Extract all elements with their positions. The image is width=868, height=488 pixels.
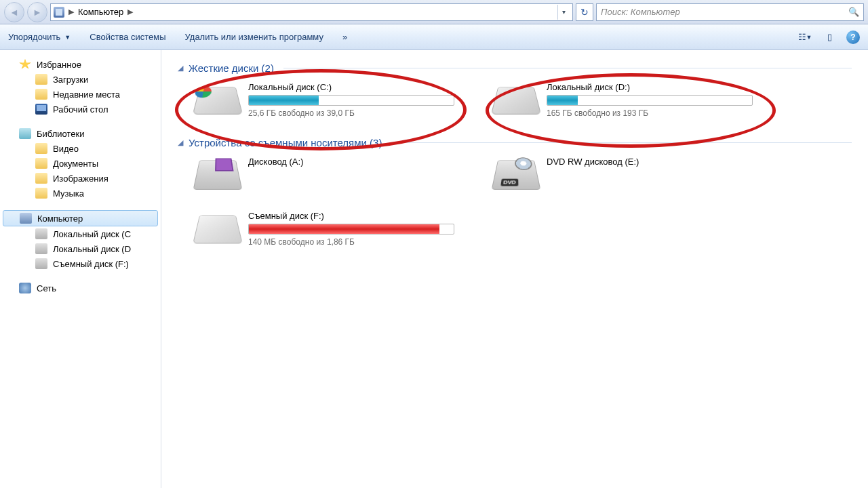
drive-status: 165 ГБ свободно из 193 ГБ — [547, 108, 753, 118]
drive-label: Локальный диск (D:) — [547, 82, 753, 92]
sidebar-drive-f[interactable]: Съемный диск (F:) — [0, 256, 161, 271]
address-bar-row: ◄ ► ▶ Компьютер ▶ ▾ ↻ Поиск: Компьютер 🔍 — [0, 0, 868, 24]
main-content: ◢ Жесткие диски (2) Локальный диск (C:) … — [161, 50, 868, 488]
sidebar-computer[interactable]: Компьютер — [3, 210, 158, 226]
collapse-triangle-icon: ◢ — [178, 138, 183, 147]
sidebar-libraries[interactable]: Библиотеки — [0, 126, 161, 141]
breadcrumb-chevron-icon: ▶ — [68, 7, 74, 16]
desktop-icon — [35, 104, 47, 115]
network-icon — [19, 283, 31, 293]
breadcrumb-chevron-icon: ▶ — [127, 7, 133, 16]
view-icon: ☷ — [798, 32, 806, 42]
capacity-fill — [249, 96, 319, 105]
collapse-triangle-icon: ◢ — [178, 64, 183, 73]
video-icon — [35, 143, 47, 154]
view-options-button[interactable]: ☷▼ — [797, 30, 812, 44]
toolbar: Упорядочить▼ Свойства системы Удалить ил… — [0, 24, 868, 50]
recent-icon — [35, 89, 47, 100]
search-icon: 🔍 — [848, 7, 859, 17]
drive-a[interactable]: Дисковод (A:) — [197, 155, 454, 190]
drive-c[interactable]: Локальный диск (C:) 25,6 ГБ свободно из … — [197, 81, 454, 118]
drive-icon — [35, 228, 47, 239]
toolbar-overflow-button[interactable]: » — [342, 32, 347, 42]
pictures-icon — [35, 173, 47, 184]
dvd-drive-icon: DVD — [492, 160, 541, 190]
uninstall-program-button[interactable]: Удалить или изменить программу — [185, 32, 323, 42]
hdd-icon — [491, 87, 541, 115]
sidebar-drive-d[interactable]: Локальный диск (D — [0, 241, 161, 256]
sidebar-recent[interactable]: Недавние места — [0, 87, 161, 102]
capacity-fill — [547, 96, 578, 105]
folder-icon — [35, 74, 47, 85]
sidebar-music[interactable]: Музыка — [0, 186, 161, 201]
removable-drive-icon — [193, 215, 243, 243]
refresh-button[interactable]: ↻ — [576, 3, 593, 21]
chevron-down-icon: ▼ — [806, 34, 812, 41]
arrow-left-icon: ◄ — [9, 7, 19, 18]
address-dropdown-button[interactable]: ▾ — [557, 5, 570, 20]
drive-f[interactable]: Съемный диск (F:) 140 МБ свободно из 1,8… — [197, 209, 454, 247]
sidebar-favorites[interactable]: Избранное — [0, 57, 161, 72]
floppy-drive-icon — [193, 160, 243, 190]
hdd-windows-icon — [193, 87, 243, 115]
breadcrumb-segment[interactable]: Компьютер — [78, 7, 123, 17]
sidebar-video[interactable]: Видео — [0, 141, 161, 156]
sidebar-network[interactable]: Сеть — [0, 281, 161, 296]
search-input[interactable]: Поиск: Компьютер 🔍 — [596, 3, 864, 21]
sidebar-downloads[interactable]: Загрузки — [0, 72, 161, 87]
preview-pane-button[interactable]: ▯ — [822, 30, 837, 44]
group-header-hdd[interactable]: ◢ Жесткие диски (2) — [178, 62, 852, 74]
drive-label: Локальный диск (C:) — [248, 82, 454, 92]
system-properties-button[interactable]: Свойства системы — [90, 32, 165, 42]
libraries-icon — [19, 128, 31, 139]
computer-icon — [54, 7, 64, 18]
preview-pane-icon: ▯ — [827, 32, 832, 42]
capacity-bar — [248, 224, 454, 235]
sidebar-documents[interactable]: Документы — [0, 156, 161, 171]
capacity-fill — [249, 224, 439, 234]
sidebar-desktop[interactable]: Рабочий стол — [0, 102, 161, 117]
documents-icon — [35, 158, 47, 169]
address-bar[interactable]: ▶ Компьютер ▶ ▾ — [50, 3, 573, 21]
help-button[interactable]: ? — [846, 30, 860, 44]
drive-label: Съемный диск (F:) — [248, 211, 454, 221]
sidebar-pictures[interactable]: Изображения — [0, 171, 161, 186]
drive-d[interactable]: Локальный диск (D:) 165 ГБ свободно из 1… — [495, 81, 753, 118]
drive-label: DVD RW дисковод (E:) — [547, 157, 753, 167]
drive-icon — [35, 243, 47, 254]
computer-icon — [20, 213, 32, 224]
navigation-sidebar: Избранное Загрузки Недавние места Рабочи… — [0, 50, 161, 488]
arrow-right-icon: ► — [33, 7, 42, 18]
sidebar-drive-c[interactable]: Локальный диск (C — [0, 226, 161, 241]
search-placeholder: Поиск: Компьютер — [601, 7, 680, 17]
star-icon — [19, 59, 31, 70]
organize-menu[interactable]: Упорядочить▼ — [8, 32, 71, 42]
nav-forward-button[interactable]: ► — [27, 2, 47, 22]
drive-label: Дисковод (A:) — [248, 157, 454, 167]
drive-status: 140 МБ свободно из 1,86 ГБ — [248, 237, 454, 247]
refresh-icon: ↻ — [580, 7, 589, 18]
capacity-bar — [248, 95, 454, 106]
music-icon — [35, 188, 47, 199]
chevron-down-icon: ▼ — [64, 34, 71, 41]
drive-icon — [35, 258, 47, 269]
nav-back-button[interactable]: ◄ — [4, 2, 24, 22]
dvd-badge: DVD — [500, 179, 518, 186]
drive-e[interactable]: DVD DVD RW дисковод (E:) — [495, 155, 753, 190]
group-header-removable[interactable]: ◢ Устройства со съемными носителями (3) — [178, 137, 852, 148]
drive-status: 25,6 ГБ свободно из 39,0 ГБ — [248, 108, 454, 118]
capacity-bar — [547, 95, 753, 106]
